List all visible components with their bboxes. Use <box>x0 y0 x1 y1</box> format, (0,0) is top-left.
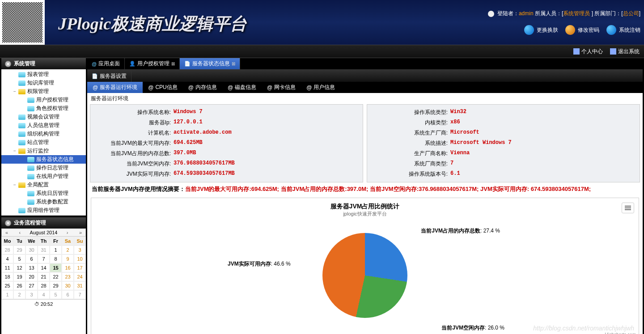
cal-day[interactable]: 14 <box>38 263 50 272</box>
document-icon <box>27 97 34 103</box>
close-icon[interactable]: ⊠ <box>232 61 235 66</box>
change-skin-button[interactable]: 更换换肤 <box>524 25 558 35</box>
cal-day[interactable]: 2 <box>62 245 74 254</box>
sidebar-item[interactable]: 系统日历管理 <box>1 189 86 198</box>
cal-day[interactable]: 30 <box>62 281 74 290</box>
tab[interactable]: 📄服务器设置 <box>87 71 131 82</box>
chart-credit[interactable]: Highcharts.com <box>605 332 636 334</box>
cal-next-month[interactable]: › <box>65 230 70 235</box>
cal-day[interactable]: 24 <box>74 272 86 281</box>
nav-tree: 报表管理知识库管理−权限管理用户授权管理角色授权管理视频会议管理人员信息管理组织… <box>1 69 86 216</box>
cal-day[interactable]: 11 <box>1 263 13 272</box>
cal-day[interactable]: 28 <box>1 245 13 254</box>
cal-day[interactable]: 15 <box>50 263 62 272</box>
sidebar-item[interactable]: −全局配置 <box>1 181 86 189</box>
cal-day[interactable]: 21 <box>38 272 50 281</box>
cal-day[interactable]: 22 <box>50 272 62 281</box>
tab[interactable]: @应用桌面 <box>87 58 125 69</box>
cal-day[interactable]: 7 <box>38 254 50 263</box>
sidebar-item[interactable]: 视频会议管理 <box>1 113 86 121</box>
cal-next-year[interactable]: » <box>77 230 84 235</box>
cal-header: Th <box>38 237 50 245</box>
cal-day[interactable]: 23 <box>62 272 74 281</box>
personal-center-link[interactable]: 个人中心 <box>573 48 603 55</box>
sidebar-item[interactable]: 人员信息管理 <box>1 121 86 130</box>
key-icon <box>565 25 575 35</box>
cal-day[interactable]: 12 <box>13 263 25 272</box>
cal-day[interactable]: 31 <box>74 281 86 290</box>
cal-day[interactable]: 2 <box>13 290 25 299</box>
sidebar-item[interactable]: 角色授权管理 <box>1 104 86 113</box>
sidebar-item[interactable]: 操作日志管理 <box>1 164 86 172</box>
cal-day[interactable]: 8 <box>50 254 62 263</box>
tab[interactable]: @CPU信息 <box>143 82 183 93</box>
sidebar-header-system[interactable]: 系统管理 <box>1 58 86 69</box>
cal-day[interactable]: 4 <box>38 290 50 299</box>
expand-icon <box>21 97 26 103</box>
info-box-left: 操作系统名称:Windows 7服务器Ip:127.0.0.1计算机名:acti… <box>90 104 363 182</box>
cal-day[interactable]: 17 <box>74 263 86 272</box>
sidebar-item[interactable]: 用户授权管理 <box>1 96 86 104</box>
cal-day[interactable]: 25 <box>1 281 13 290</box>
cal-day[interactable]: 1 <box>50 245 62 254</box>
sidebar-item[interactable]: 应用组件管理 <box>1 206 86 215</box>
cal-day[interactable]: 10 <box>74 254 86 263</box>
cal-prev-month[interactable]: ‹ <box>17 230 23 235</box>
cal-day[interactable]: 7 <box>74 290 86 299</box>
sidebar-item[interactable]: 在线用户管理 <box>1 172 86 181</box>
cal-day[interactable]: 31 <box>38 245 50 254</box>
expand-icon <box>21 174 26 179</box>
sidebar-item[interactable]: −权限管理 <box>1 87 86 96</box>
document-icon <box>18 72 25 77</box>
cal-day[interactable]: 3 <box>74 245 86 254</box>
cal-day[interactable]: 4 <box>1 254 13 263</box>
tab[interactable]: 👤用户授权管理⊠ <box>125 58 180 69</box>
sidebar-item[interactable]: 知识库管理 <box>1 79 86 87</box>
exit-system-link[interactable]: 退出系统 <box>610 48 640 55</box>
cal-day[interactable]: 6 <box>62 290 74 299</box>
cal-header: Fr <box>50 237 62 245</box>
sidebar-item[interactable]: 报表管理 <box>1 70 86 79</box>
cal-day[interactable]: 9 <box>62 254 74 263</box>
tab[interactable]: 📄服务器状态信息⊠ <box>180 58 240 69</box>
cal-prev-year[interactable]: « <box>4 230 10 235</box>
cal-day[interactable]: 6 <box>25 254 38 263</box>
cal-day[interactable]: 29 <box>13 245 25 254</box>
tab[interactable]: @网卡信息 <box>262 82 301 93</box>
change-password-button[interactable]: 修改密码 <box>565 25 599 35</box>
expand-icon <box>21 165 26 171</box>
cal-day[interactable]: 30 <box>25 245 38 254</box>
sidebar-item[interactable]: 系统参数配置 <box>1 198 86 206</box>
tab[interactable]: @内存信息 <box>183 82 222 93</box>
system-logout-button[interactable]: 系统注销 <box>606 25 640 35</box>
cal-day[interactable]: 27 <box>25 281 38 290</box>
sidebar-header-workflow[interactable]: 业务流程管理 <box>1 217 86 228</box>
tab[interactable]: @用户信息 <box>301 82 340 93</box>
sidebar-item[interactable]: 服务器状态信息 <box>1 155 86 164</box>
clock: ⏱ 20:52 <box>1 299 86 309</box>
tab[interactable]: @服务器运行环境 <box>87 82 143 93</box>
sidebar-item[interactable]: 站点管理 <box>1 138 86 147</box>
cal-day[interactable]: 1 <box>1 290 13 299</box>
cal-day[interactable]: 18 <box>1 272 13 281</box>
cal-day[interactable]: 28 <box>38 281 50 290</box>
sidebar-item[interactable]: 组织机构管理 <box>1 130 86 138</box>
sidebar-item[interactable]: −运行监控 <box>1 147 86 155</box>
tab[interactable]: @磁盘信息 <box>222 82 262 93</box>
cal-day[interactable]: 3 <box>25 290 38 299</box>
cal-day[interactable]: 5 <box>13 254 25 263</box>
cal-day[interactable]: 16 <box>62 263 74 272</box>
pie-graphic[interactable] <box>322 233 407 318</box>
cal-day[interactable]: 5 <box>50 290 62 299</box>
cal-day[interactable]: 13 <box>25 263 38 272</box>
tab-icon: 📄 <box>92 73 98 79</box>
panel-title: 服务器运行环境 <box>87 93 643 104</box>
chart-menu-button[interactable] <box>622 203 634 213</box>
cal-day[interactable]: 19 <box>13 272 25 281</box>
document-icon <box>18 80 25 86</box>
cal-day[interactable]: 26 <box>13 281 25 290</box>
tab-icon: @ <box>92 61 97 67</box>
close-icon[interactable]: ⊠ <box>171 61 175 66</box>
cal-day[interactable]: 20 <box>25 272 38 281</box>
cal-day[interactable]: 29 <box>50 281 62 290</box>
